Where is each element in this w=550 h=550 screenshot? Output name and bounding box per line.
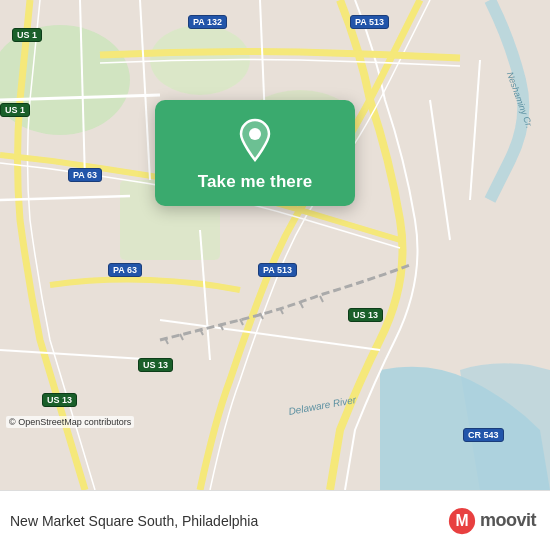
route-badge-cr543: CR 543 <box>463 428 504 442</box>
route-badge-us1-left: US 1 <box>0 103 30 117</box>
moovit-wordmark: moovit <box>480 510 536 531</box>
svg-point-15 <box>249 128 261 140</box>
bottom-bar: New Market Square South, Philadelphia M … <box>0 490 550 550</box>
route-badge-pa63-lower: PA 63 <box>108 263 142 277</box>
svg-text:M: M <box>455 512 468 529</box>
route-badge-pa63-upper: PA 63 <box>68 168 102 182</box>
route-badge-us13-lower: US 13 <box>42 393 77 407</box>
location-text: New Market Square South, Philadelphia <box>10 513 258 529</box>
route-badge-pa513-mid: PA 513 <box>258 263 297 277</box>
osm-credit: © OpenStreetMap contributors <box>6 416 134 428</box>
map-container: US 1 PA 132 PA 513 US 1 PA 63 PA 63 PA 5… <box>0 0 550 490</box>
route-badge-pa513-top: PA 513 <box>350 15 389 29</box>
route-badge-pa132: PA 132 <box>188 15 227 29</box>
moovit-logo: M moovit <box>448 507 536 535</box>
route-badge-us13-mid: US 13 <box>138 358 173 372</box>
location-pin-icon <box>233 118 277 162</box>
route-badge-us1-top: US 1 <box>12 28 42 42</box>
route-badge-us13-right: US 13 <box>348 308 383 322</box>
moovit-m-icon: M <box>448 507 476 535</box>
popup-label: Take me there <box>198 172 312 192</box>
popup-card[interactable]: Take me there <box>155 100 355 206</box>
